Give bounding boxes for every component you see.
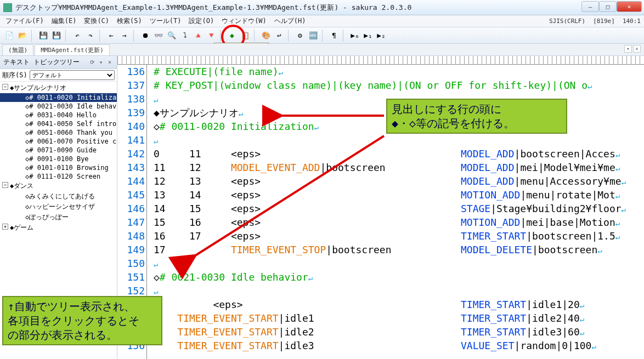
saveall-button[interactable]: 💾 <box>50 30 63 42</box>
open-button[interactable]: 📂 <box>16 30 29 42</box>
collapse-icon[interactable]: − <box>2 84 8 90</box>
tree-item-0041[interactable]: ◇# 0041-0050 Self introduction <box>0 119 117 128</box>
menu-search[interactable]: 検索(S) <box>114 15 145 27</box>
menu-file[interactable]: ファイル(F) <box>2 15 47 27</box>
editor-line[interactable]: TIMER_EVENT_START|idle1TIMER_START|idle2… <box>154 311 644 325</box>
editor-line[interactable]: TIMER_EVENT_START|idle2TIMER_START|idle3… <box>154 325 644 339</box>
menu-help[interactable]: ヘルプ(H) <box>271 15 309 27</box>
editor-line[interactable]: ↵ <box>154 284 644 298</box>
editor-line[interactable]: # KEY_POST|(window class name)|(key name… <box>154 78 644 92</box>
editor-line[interactable]: 11 12 MODEL_EVENT_ADD|bootscreenMODEL_AD… <box>154 161 644 174</box>
font-button[interactable]: 🔤 <box>307 30 319 42</box>
sidebar-title: テキスト トピックツリー <box>3 58 80 67</box>
editor-line[interactable]: 16 17 <eps>TIMER_START|bootscreen|1.5↵ <box>154 229 644 243</box>
tab-mmdagent[interactable]: MMDAgent.fst(更新) <box>35 44 110 55</box>
sidebar-menu-icon[interactable]: ▾ <box>97 59 105 66</box>
goto-button[interactable]: ⤵ <box>179 30 191 42</box>
editor-line[interactable]: 12 13 <eps>MODEL_ADD|menu|Accessory¥me↵ <box>154 174 644 188</box>
line-number: 145 <box>121 188 145 202</box>
expand-icon[interactable]: + <box>2 224 8 230</box>
tree-item-0091[interactable]: ◇# 0091-0100 Bye <box>0 155 117 163</box>
editor-line[interactable]: ◆サンプルシナリオ↵ <box>154 106 644 119</box>
arrow-right-button[interactable]: → <box>118 30 131 42</box>
editor-line[interactable]: # EXECUTE|(file name)↵ <box>154 65 644 78</box>
typelist-button[interactable]: 📋 <box>239 30 251 42</box>
toolbar: 📄 📂 💾 💾 ↶ ↷ ← → ⏺ 👓 🔍 ⤵ 🔺 🔻 ◆ 📋 🎨 ↩ ⚙ 🔤 … <box>0 27 644 44</box>
wrap-button[interactable]: ↩ <box>273 30 285 42</box>
tree-root-sample[interactable]: −◆サンプルシナリオ <box>0 83 117 93</box>
minimize-button[interactable]: — <box>581 1 599 12</box>
editor-line[interactable]: TIMER_EVENT_START|idle3VALUE_SET|random|… <box>154 339 644 352</box>
menu-tools[interactable]: ツール(T) <box>146 15 185 27</box>
editor-line[interactable]: 17 TIMER_EVENT_STOP|bootscreenMODEL_DELE… <box>154 243 644 257</box>
line-number: 155 <box>121 325 145 339</box>
tab-row: (無題) MMDAgent.fst(更新) ▾ × <box>0 44 644 56</box>
redo-button[interactable]: ↷ <box>84 30 97 42</box>
colortype-button[interactable]: 🎨 <box>260 30 272 42</box>
search-down-button[interactable]: 🔻 <box>205 30 217 42</box>
tree-item-poppi[interactable]: ◇ぽっぴっぽー <box>0 212 117 223</box>
outline-button[interactable]: ◆ <box>226 30 238 42</box>
line-number: 142 <box>121 147 145 161</box>
maximize-button[interactable]: □ <box>599 1 617 12</box>
editor-line[interactable]: <eps>TIMER_START|idle1|20↵ <box>154 298 644 311</box>
sidebar-close-icon[interactable]: × <box>106 59 114 66</box>
tree-item-0051[interactable]: ◇# 0051-0060 Thank you <box>0 128 117 137</box>
search-up-button[interactable]: 🔺 <box>192 30 204 42</box>
collapse-icon[interactable]: − <box>2 182 8 188</box>
line-number: 156 <box>121 339 145 352</box>
line-number: 151 <box>121 270 145 284</box>
editor-line[interactable]: ↵ <box>154 133 644 147</box>
save-button[interactable]: 💾 <box>37 30 49 42</box>
arrow-left-button[interactable]: ← <box>105 30 117 42</box>
search-button[interactable]: 🔍 <box>166 30 178 42</box>
settings-button[interactable]: ⚙ <box>294 30 306 42</box>
editor-line[interactable]: ◇# 0021-0030 Idle behavior↵ <box>154 270 644 284</box>
tree-item-0031[interactable]: ◇# 0031-0040 Hello <box>0 111 117 119</box>
macro2-button[interactable]: ▶₁ <box>362 30 374 42</box>
tab-close-icon[interactable]: × <box>633 45 641 53</box>
tab-dropdown-icon[interactable]: ▾ <box>624 45 632 53</box>
editor-line[interactable]: ◇# 0011-0020 Initialization↵ <box>154 119 644 133</box>
menu-window[interactable]: ウィンドウ(W) <box>218 15 270 27</box>
line-number: 154 <box>121 311 145 325</box>
tree-item-0021[interactable]: ◇# 0021-0030 Idle behavior <box>0 102 117 111</box>
text-editor[interactable]: 1361371381391401411421431441451461471481… <box>117 56 644 359</box>
editor-line[interactable]: 15 16 <eps>MOTION_ADD|mei|base|Motion↵ <box>154 215 644 229</box>
tree-item-0061[interactable]: ◇# 0061-0070 Positive comme <box>0 137 117 146</box>
editor-lines[interactable]: # EXECUTE|(file name)↵# KEY_POST|(window… <box>147 65 644 359</box>
close-button[interactable]: × <box>617 1 642 12</box>
new-button[interactable]: 📄 <box>3 30 15 42</box>
menu-convert[interactable]: 変換(C) <box>81 15 112 27</box>
para-button[interactable]: ¶ <box>328 30 340 42</box>
glasses-icon[interactable]: 👓 <box>152 30 165 42</box>
line-number: 138 <box>121 92 145 106</box>
tree-item-0101[interactable]: ◇# 0101-0110 Browsing <box>0 163 117 172</box>
menu-settings[interactable]: 設定(O) <box>185 15 217 27</box>
tree-item-miku[interactable]: ◇みくみくにしてあげる <box>0 191 117 202</box>
tree-item-0111[interactable]: ◇# 0111-0120 Screen <box>0 172 117 181</box>
tab-untitled[interactable]: (無題) <box>2 44 33 55</box>
sort-label: 順序(S) <box>2 71 27 80</box>
sort-select[interactable]: デフォルト <box>30 70 115 80</box>
editor-line[interactable]: 0 11 <eps>MODEL_ADD|bootscreen|Acces↵ <box>154 147 644 161</box>
macro1-button[interactable]: ▶₀ <box>349 30 361 42</box>
tree-item-0011[interactable]: ◇# 0011-0020 Initialization <box>0 93 117 102</box>
window-title: デスクトップ¥MMDA¥MMDAgent_Example-1.3¥MMDAgen… <box>15 3 641 13</box>
line-number: 150 <box>121 257 145 270</box>
editor-line[interactable]: 14 15 <eps>STAGE|Stage¥building2¥floor↵ <box>154 202 644 215</box>
tree-root-game[interactable]: +◆ゲーム <box>0 223 117 233</box>
tree-item-0071[interactable]: ◇# 0071-0090 Guide <box>0 146 117 155</box>
tree-root-dance[interactable]: −◆ダンス <box>0 181 117 191</box>
window-titlebar: デスクトップ¥MMDA¥MMDAgent_Example-1.3¥MMDAgen… <box>0 0 644 15</box>
undo-button[interactable]: ↶ <box>71 30 83 42</box>
editor-line[interactable]: ↵ <box>154 257 644 270</box>
sidebar-refresh-icon[interactable]: ⟳ <box>88 59 96 66</box>
rec-button[interactable]: ⏺ <box>139 30 151 42</box>
editor-line[interactable]: 13 14 <eps>MOTION_ADD|menu|rotate|Mot↵ <box>154 188 644 202</box>
macro3-button[interactable]: ▶₂ <box>375 30 387 42</box>
menu-edit[interactable]: 編集(E) <box>48 15 80 27</box>
editor-line[interactable]: ↵ <box>154 92 644 106</box>
outline-tree[interactable]: −◆サンプルシナリオ ◇# 0011-0020 Initialization ◇… <box>0 82 117 359</box>
tree-item-happy[interactable]: ◇ハッピーシンセサイザ <box>0 202 117 212</box>
